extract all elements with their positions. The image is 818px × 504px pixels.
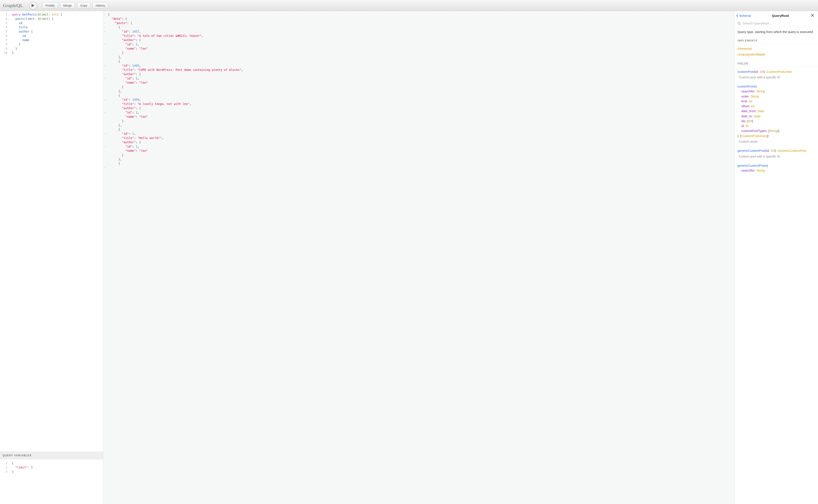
fields-header: FIELDS <box>735 60 818 67</box>
fields-list: customPost(id: ID!): CustomPostUnionCust… <box>735 67 818 182</box>
history-button[interactable]: History <box>92 2 108 9</box>
query-editor[interactable]: 12345678910 query GetPosts($limit: Int) … <box>0 11 103 452</box>
chevron-left-icon <box>736 14 738 17</box>
implements-header: IMPLEMENTS <box>735 37 818 44</box>
query-variables-editor[interactable]: 123 { "limit": 5} <box>0 459 103 504</box>
doc-close-button[interactable] <box>810 13 815 18</box>
doc-header: Schema QueryRoot <box>735 11 818 20</box>
prettify-button[interactable]: Prettify <box>42 2 58 9</box>
doc-description: Query type, starting from which the quer… <box>735 27 818 37</box>
field-description: Custom post with a specific ID <box>739 154 815 159</box>
implements-list: ElementalUniquelyIdentifiable <box>735 44 818 60</box>
line-gutter: 123 <box>0 459 9 504</box>
field-entry[interactable]: genericCustomPosts(searchfor: String <box>738 163 815 173</box>
implements-type[interactable]: UniquelyIdentifiable <box>738 52 815 57</box>
doc-title: QueryRoot <box>751 14 810 18</box>
copy-button[interactable]: Copy <box>77 2 90 9</box>
query-variables-header[interactable]: QUERY VARIABLES <box>0 452 103 459</box>
merge-button[interactable]: Merge <box>60 2 75 9</box>
implements-type[interactable]: Elemental <box>738 46 815 51</box>
query-code[interactable]: query GetPosts($limit: Int) { posts(limi… <box>9 11 103 452</box>
result-viewer[interactable]: ▾▾▾▾▾▾▾▾▾▾▾▾ { "data": { "posts": [ { "i… <box>103 11 735 504</box>
result-code: { "data": { "posts": [ { "id": 1657, "ti… <box>106 11 734 504</box>
doc-search[interactable] <box>735 20 818 27</box>
doc-explorer: Schema QueryRoot Query type, starting fr… <box>735 11 818 504</box>
close-icon <box>811 14 814 17</box>
topbar: GraphiQL Prettify Merge Copy History <box>0 0 818 11</box>
run-button[interactable] <box>29 1 37 10</box>
graphiql-logo: GraphiQL <box>3 3 23 8</box>
field-entry[interactable]: genericCustomPost(id: ID!): GenericCusto… <box>738 148 815 153</box>
search-icon <box>738 22 741 25</box>
variables-code[interactable]: { "limit": 5} <box>9 459 103 504</box>
doc-back-link[interactable]: Schema <box>736 14 751 17</box>
doc-search-input[interactable] <box>743 21 815 25</box>
fold-gutter: ▾▾▾▾▾▾▾▾▾▾▾▾ <box>103 11 106 504</box>
line-gutter: 12345678910 <box>0 11 9 452</box>
query-editor-column: 12345678910 query GetPosts($limit: Int) … <box>0 11 103 504</box>
field-entry[interactable]: customPosts(searchfor: Stringorder: Stri… <box>738 84 815 138</box>
field-description: Custom posts <box>739 139 815 144</box>
field-entry[interactable]: customPost(id: ID!): CustomPostUnion <box>738 69 815 74</box>
svg-point-0 <box>738 22 740 24</box>
field-description: Custom post with a specific ID <box>739 75 815 80</box>
play-icon <box>32 4 34 7</box>
